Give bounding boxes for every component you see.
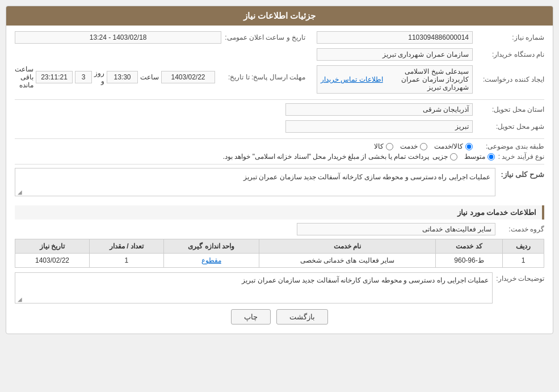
services-table: ردیف کد خدمت نام خدمت واحد اندازه گیری ت…	[15, 239, 544, 268]
naam-dastgah-value: سازمان عمران شهرداری تبریز	[317, 48, 473, 61]
mohlat-label: مهلت ارسال پاسخ: تا تاریخ:	[217, 73, 305, 81]
ittelaat-link[interactable]: اطلاعات تماس خریدار	[321, 75, 383, 83]
rooz-value: 3	[75, 71, 92, 83]
sharh-box: عملیات اجرایی راه دسترسی و محوطه سازی کا…	[15, 168, 495, 196]
tabaqe-row: طبقه بندی موضوعی: کالا/خدمت خدمت کالا	[15, 142, 544, 150]
col-radif: ردیف	[502, 239, 544, 254]
tawzih-section: توضیحات خریدار: عملیات اجرایی راه دسترسی…	[15, 272, 544, 304]
ostan-row: استان محل تحویل: آذربایجان شرقی	[285, 103, 545, 116]
col-naam: نام خدمت	[259, 239, 436, 254]
ijad-row: ایجاد کننده درخواست: سیدعلی شیخ الاسلامی…	[317, 65, 544, 94]
cell-tedad: 1	[89, 254, 163, 268]
tawzih-resize[interactable]: ◢	[16, 296, 22, 302]
ostan-label: استان محل تحویل:	[476, 106, 544, 113]
grouh-value: سایر فعالیت‌های خدماتی	[297, 223, 495, 235]
ijad-text: سیدعلی شیخ الاسلامی کاربرداز سازمان عمرا…	[388, 68, 469, 91]
shomare-niaz-value: 1103094886000014	[317, 31, 473, 44]
cell-wahed: مقطوع	[163, 254, 259, 268]
shahr-label: شهر محل تحویل:	[476, 123, 544, 130]
table-row: 1 ط-96-960 سایر فعالیت های خدماتی شخصی م…	[15, 254, 544, 268]
rooz-label: روز و	[94, 69, 104, 85]
cell-naam: سایر فعالیت های خدماتی شخصی	[259, 254, 436, 268]
col-tedad: تعداد / مقدار	[89, 239, 163, 254]
print-button[interactable]: چاپ	[231, 309, 271, 324]
page-title: جزئیات اطلاعات نیاز	[243, 11, 316, 20]
grouh-row: گروه خدمت: سایر فعالیت‌های خدماتی	[15, 223, 544, 235]
tabaqe-label: طبقه بندی موضوعی:	[476, 142, 544, 150]
farayand-radio-group: متوسط جزیی	[432, 153, 495, 161]
radio-kala[interactable]: کالا	[374, 142, 393, 150]
tarikh-label: تاریخ و ساعت اعلان عمومی:	[225, 33, 305, 41]
shahr-row: شهر محل تحویل: تبریز	[285, 120, 545, 133]
mohlat-row: مهلت ارسال پاسخ: تا تاریخ: 1403/02/22 سا…	[15, 65, 305, 89]
mande-label: ساعت باقی مانده	[15, 65, 33, 89]
tabaqe-radio-group: کالا/خدمت خدمت کالا	[374, 142, 473, 150]
col-wahed: واحد اندازه گیری	[163, 239, 259, 254]
sharh-label: شرح کلی نیاز:	[499, 168, 544, 179]
farayand-row: نوع فرآیند خرید : متوسط جزیی پرداخت تمام…	[15, 153, 544, 161]
tawzih-content: عملیات اجرایی راه دسترسی و محوطه سازی کا…	[242, 276, 489, 284]
ijad-value: سیدعلی شیخ الاسلامی کاربرداز سازمان عمرا…	[317, 65, 473, 94]
tawzih-label: توضیحات خریدار:	[496, 272, 544, 283]
shomare-niaz-label: شماره نیاز:	[476, 33, 544, 41]
khadamat-title: اطلاعات خدمات مورد نیاز	[15, 205, 544, 220]
radio-motawaset[interactable]: متوسط	[464, 153, 495, 161]
shahr-value: تبریز	[285, 120, 473, 133]
farayand-label: نوع فرآیند خرید :	[498, 153, 544, 161]
sharh-content: عملیات اجرایی راه دسترسی و محوطه سازی کا…	[243, 173, 490, 181]
naam-dastgah-row: نام دستگاه خریدار: سازمان عمران شهرداری …	[317, 48, 544, 61]
ijad-label: ایجاد کننده درخواست:	[476, 75, 544, 83]
grouh-label: گروه خدمت:	[499, 225, 544, 233]
shomare-niaz-row: شماره نیاز: 1103094886000014	[317, 31, 544, 44]
date-main: 1403/02/22	[161, 71, 215, 83]
resize-handle[interactable]: ◢	[16, 189, 22, 195]
tarikh-row: تاریخ و ساعت اعلان عمومی: 1403/02/18 - 1…	[15, 31, 305, 44]
tarikh-value: 1403/02/18 - 13:24	[15, 31, 221, 44]
saat-label: ساعت	[140, 73, 159, 81]
col-tarikh: تاریخ نیاز	[15, 239, 90, 254]
farayand-note: پرداخت تمام یا بخشی از مبلغ خریدار محل "…	[15, 153, 429, 161]
naam-dastgah-label: نام دستگاه خریدار:	[476, 50, 544, 58]
cell-radif: 1	[502, 254, 544, 268]
saat-value: 13:30	[107, 71, 138, 83]
radio-jozii[interactable]: جزیی	[432, 153, 457, 161]
cell-tarikh: 1403/02/22	[15, 254, 90, 268]
back-button[interactable]: بازگشت	[276, 309, 328, 324]
cell-kod: ط-96-960	[436, 254, 503, 268]
col-kod: کد خدمت	[436, 239, 503, 254]
radio-kala-khadamat[interactable]: کالا/خدمت	[434, 142, 473, 150]
mande-value: 23:11:21	[36, 71, 73, 83]
sharh-section: شرح کلی نیاز: عملیات اجرایی راه دسترسی و…	[15, 168, 544, 201]
btn-row: بازگشت چاپ	[15, 309, 544, 324]
tawzih-box: عملیات اجرایی راه دسترسی و محوطه سازی کا…	[15, 272, 493, 304]
page-header: جزئیات اطلاعات نیاز	[6, 6, 553, 26]
radio-khadamat[interactable]: خدمت	[400, 142, 427, 150]
ostan-value: آذربایجان شرقی	[285, 103, 473, 116]
